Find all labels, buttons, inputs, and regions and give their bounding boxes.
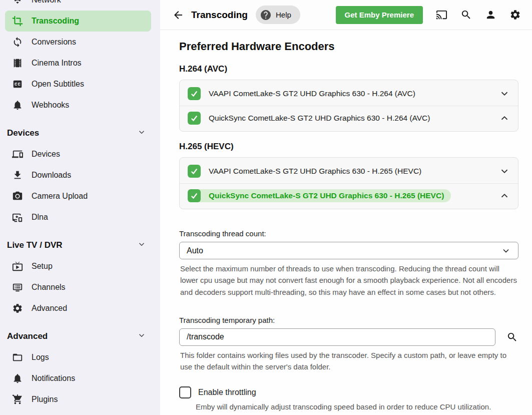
encoder-label: QuickSync CometLake-S GT2 UHD Graphics 6… <box>209 191 444 200</box>
sidebar-item-cinema-intros[interactable]: Cinema Intros <box>5 53 151 74</box>
throttling-label: Enable throttling <box>198 388 256 397</box>
encoder-card-h264: VAAPI CometLake-S GT2 UHD Graphics 630 -… <box>179 80 518 132</box>
sidebar-item-label: Setup <box>32 262 53 271</box>
check-icon <box>190 89 199 98</box>
encoder-card-h265: VAAPI CometLake-S GT2 UHD Graphics 630 -… <box>179 157 518 209</box>
sidebar-item-plugins[interactable]: Plugins <box>5 389 151 410</box>
temp-path-label: Transcoding temporary path: <box>179 316 518 324</box>
sidebar-item-label: Advanced <box>32 304 67 313</box>
sidebar-section-devices[interactable]: Devices <box>0 123 160 144</box>
download-icon <box>12 170 23 181</box>
channel-list-icon <box>12 282 23 293</box>
chevron-up-icon[interactable] <box>499 113 510 124</box>
encoder-row-selected[interactable]: QuickSync CometLake-S GT2 UHD Graphics 6… <box>180 183 518 208</box>
settings-button[interactable] <box>509 9 521 21</box>
chevron-up-icon[interactable] <box>499 190 510 201</box>
thread-count-value: Auto <box>187 246 501 255</box>
cast-icon <box>436 9 447 21</box>
sidebar-item-open-subtitles[interactable]: Open Subtitles <box>5 74 151 95</box>
browse-path-button[interactable] <box>506 331 518 343</box>
thread-count-label: Transcoding thread count: <box>179 229 518 238</box>
main-area: Transcoding Help Get Emby Premiere Prefe… <box>160 0 532 415</box>
arrow-back-icon <box>172 9 184 21</box>
thread-count-description: Select the maximum number of threads to … <box>179 263 518 298</box>
cast-button[interactable] <box>435 9 447 21</box>
sidebar-item-transcoding[interactable]: Transcoding <box>5 11 151 32</box>
check-icon <box>190 191 199 200</box>
person-icon <box>485 9 496 21</box>
emby-settings-window: Network Transcoding Conversions Cinema I… <box>0 0 532 415</box>
sidebar-item-label: Dlna <box>32 213 48 222</box>
sidebar-item-conversions[interactable]: Conversions <box>5 32 151 53</box>
checkbox-unchecked[interactable] <box>179 386 191 398</box>
sidebar-item-label: Channels <box>32 283 66 292</box>
bell-icon <box>12 100 23 111</box>
check-icon <box>190 114 199 123</box>
encoder-row[interactable]: QuickSync CometLake-S GT2 UHD Graphics 6… <box>180 106 518 130</box>
user-button[interactable] <box>484 9 496 21</box>
sidebar-item-notifications[interactable]: Notifications <box>5 368 151 389</box>
throttling-description: Emby will dynamically adjust transcoding… <box>179 401 518 413</box>
sidebar-item-logs[interactable]: Logs <box>5 347 151 368</box>
section-title: Live TV / DVR <box>7 240 137 250</box>
top-bar: Transcoding Help Get Emby Premiere <box>160 0 532 30</box>
encoder-row[interactable]: VAAPI CometLake-S GT2 UHD Graphics 630 -… <box>180 81 518 106</box>
sidebar-item-webhooks[interactable]: Webhooks <box>5 95 151 116</box>
sidebar-item-network[interactable]: Network <box>5 0 151 11</box>
transcoding-icon <box>12 16 23 27</box>
sidebar-item-devices[interactable]: Devices <box>5 144 151 165</box>
sidebar-section-live-tv[interactable]: Live TV / DVR <box>0 235 160 256</box>
sidebar-item-label: Transcoding <box>32 17 79 26</box>
checkbox-checked[interactable] <box>188 165 201 178</box>
temp-path-input[interactable] <box>179 328 495 346</box>
sidebar-item-channels[interactable]: Channels <box>5 277 151 298</box>
live-tv-icon <box>12 261 23 272</box>
sidebar-nav-list: Network Transcoding Conversions Cinema I… <box>0 0 160 415</box>
throttling-field: Enable throttling Emby will dynamically … <box>179 386 518 413</box>
thread-count-select[interactable]: Auto <box>179 242 518 259</box>
encoder-label: VAAPI CometLake-S GT2 UHD Graphics 630 -… <box>209 167 421 176</box>
sidebar-item-label: Network <box>32 0 61 5</box>
bell-icon <box>12 373 23 384</box>
checkbox-checked[interactable] <box>188 87 201 100</box>
sidebar-item-scheduled-tasks[interactable]: Scheduled Tasks <box>5 410 151 415</box>
thread-count-field: Transcoding thread count: Auto Select th… <box>179 229 518 298</box>
encoder-label: VAAPI CometLake-S GT2 UHD Graphics 630 -… <box>209 89 415 98</box>
sidebar-item-downloads[interactable]: Downloads <box>5 165 151 186</box>
sidebar-item-label: Devices <box>32 150 60 159</box>
highlighted-encoder: QuickSync CometLake-S GT2 UHD Graphics 6… <box>188 189 451 202</box>
section-title: Advanced <box>7 331 137 341</box>
sidebar-item-livetv-advanced[interactable]: Advanced <box>5 298 151 319</box>
temp-path-field: Transcoding temporary path: This folder … <box>179 316 518 373</box>
chevron-down-icon[interactable] <box>499 166 510 177</box>
closed-caption-icon <box>12 79 23 90</box>
film-icon <box>12 58 23 69</box>
tv-star-icon <box>12 212 23 223</box>
sidebar-item-camera-upload[interactable]: Camera Upload <box>5 186 151 207</box>
encoder-row[interactable]: VAAPI CometLake-S GT2 UHD Graphics 630 -… <box>180 159 518 183</box>
sidebar-item-label: Conversions <box>32 38 76 47</box>
get-emby-premiere-button[interactable]: Get Emby Premiere <box>336 6 423 24</box>
devices-icon <box>12 149 23 160</box>
throttling-row[interactable]: Enable throttling <box>179 386 518 398</box>
sidebar-item-label: Open Subtitles <box>32 80 84 89</box>
checkbox-checked[interactable] <box>188 189 201 202</box>
sidebar-item-label: Cinema Intros <box>32 59 82 68</box>
codec-heading-h265: H.265 (HEVC) <box>179 142 518 152</box>
cart-plus-icon <box>12 394 23 405</box>
back-button[interactable] <box>172 9 185 22</box>
settings-content: Preferred Hardware Encoders H.264 (AVC) … <box>160 30 532 415</box>
checkbox-checked[interactable] <box>188 112 201 125</box>
sidebar-section-advanced[interactable]: Advanced <box>0 326 160 347</box>
help-button[interactable]: Help <box>256 6 300 24</box>
chevron-down-icon[interactable] <box>499 88 510 99</box>
chevron-down-icon <box>137 240 146 251</box>
sidebar-item-setup[interactable]: Setup <box>5 256 151 277</box>
chevron-down-icon <box>501 246 511 256</box>
sidebar-item-dlna[interactable]: Dlna <box>5 207 151 228</box>
sync-icon <box>12 37 23 48</box>
search-button[interactable] <box>460 9 472 21</box>
sidebar-item-label: Notifications <box>32 374 75 383</box>
sidebar-item-label: Logs <box>32 353 49 362</box>
search-icon <box>460 9 472 21</box>
